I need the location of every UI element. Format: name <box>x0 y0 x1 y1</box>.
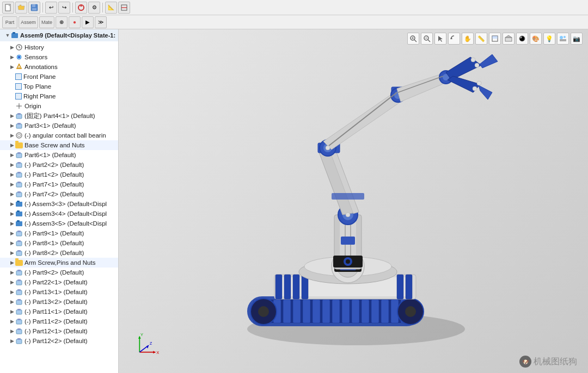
tree-item-part22-1[interactable]: ▶ (-) Part22<1> (Default) <box>0 277 118 287</box>
svg-rect-140 <box>341 237 355 245</box>
svg-point-23 <box>16 133 22 138</box>
part3-arrow: ▶ <box>9 121 15 130</box>
svg-rect-31 <box>16 183 22 187</box>
svg-point-144 <box>346 259 350 264</box>
tree-item-part8-2[interactable]: ▶ (-) Part8<2> (Default) <box>0 248 118 258</box>
part12-1-arrow: ▶ <box>9 327 15 335</box>
center-btn[interactable]: ⊕ <box>56 16 68 28</box>
tree-item-part11-1[interactable]: ▶ (-) Part11<1> (Default) <box>0 307 118 316</box>
circle-btn[interactable]: ● <box>69 16 81 28</box>
assembly-button[interactable]: Assem <box>19 16 38 28</box>
new-button[interactable] <box>2 2 14 14</box>
open-button[interactable] <box>15 2 27 14</box>
svg-point-101 <box>258 306 269 317</box>
svg-rect-56 <box>17 309 21 310</box>
tree-item-sensors[interactable]: ▶ Sensors <box>0 52 118 62</box>
tree-item-assem3-3[interactable]: ▶ (-) Assem3<3> (Default<Displ <box>0 199 118 209</box>
save-button[interactable] <box>28 2 40 14</box>
assem3-3-arrow: ▶ <box>9 200 15 208</box>
materials-button[interactable] <box>516 33 528 45</box>
tree-item-part9-1[interactable]: ▶ (-) Part9<1> (Default) <box>0 228 118 238</box>
tree-item-annotations[interactable]: ▶ Annotations <box>0 62 118 72</box>
pan-button[interactable]: ✋ <box>462 33 474 45</box>
tree-item-right-plane[interactable]: Right Plane <box>0 91 118 101</box>
feature-tree[interactable]: ▶ History ▶ Sensors ▶ Annotations Front … <box>0 41 118 373</box>
tree-item-origin[interactable]: Origin <box>0 101 118 111</box>
tree-item-part9-2[interactable]: ▶ (-) Part9<2> (Default) <box>0 268 118 277</box>
camera-button[interactable]: 📷 <box>571 33 583 45</box>
section-view-button[interactable] <box>489 33 501 45</box>
measure-view-button[interactable]: 📏 <box>475 33 487 45</box>
tree-item-part11-2[interactable]: ▶ (-) Part11<2> (Default) <box>0 316 118 326</box>
tree-item-part3[interactable]: ▶ Part3<1> (Default) <box>0 121 118 130</box>
arm-screw-arrow: ▶ <box>9 258 15 267</box>
watermark: 🐶 机械图纸狗 <box>519 356 577 368</box>
part8-1-label: (-) Part8<1> (Default) <box>24 240 84 246</box>
tree-item-part4[interactable]: ▶ (固定) Part4<1> (Default) <box>0 111 118 121</box>
axes-indicator: X Y Z <box>135 330 162 357</box>
assem3-4-label: (-) Assem3<4> (Default<Displ <box>24 210 107 217</box>
history-arrow: ▶ <box>9 43 15 52</box>
zoom-fit-button[interactable] <box>407 33 419 45</box>
lights-button[interactable]: 💡 <box>543 33 555 45</box>
tree-item-history[interactable]: ▶ History <box>0 42 118 52</box>
undo-button[interactable]: ↩ <box>45 2 57 14</box>
tree-item-angular[interactable]: ▶ (-) angular contact ball bearin <box>0 130 118 140</box>
svg-point-103 <box>405 306 416 317</box>
svg-rect-49 <box>16 281 22 285</box>
svg-point-80 <box>564 36 566 38</box>
assembly-root[interactable]: ▼ Assem9 (Default<Display State-1: <box>0 29 118 41</box>
section-button[interactable] <box>118 2 130 14</box>
tree-item-part7-2[interactable]: ▶ (-) Part7<2> (Default) <box>0 189 118 199</box>
forward-btn[interactable]: ▶ <box>82 16 94 28</box>
colors-button[interactable]: 🎨 <box>530 33 542 45</box>
assembly-label: Assem9 (Default<Display State-1: <box>20 32 115 39</box>
svg-point-24 <box>18 134 21 137</box>
assem3-5-arrow: ▶ <box>9 219 15 228</box>
part-button[interactable]: Part <box>2 16 17 28</box>
select-button[interactable] <box>434 33 446 45</box>
svg-rect-93 <box>342 300 350 323</box>
svg-rect-73 <box>505 38 512 41</box>
tree-item-part2-2[interactable]: ▶ (-) Part2<2> (Default) <box>0 160 118 170</box>
tree-item-part1-2[interactable]: ▶ (-) Part1<2> (Default) <box>0 170 118 179</box>
tree-item-part13-1[interactable]: ▶ (-) Part13<1> (Default) <box>0 287 118 297</box>
part7-1-arrow: ▶ <box>9 180 15 189</box>
svg-rect-72 <box>492 36 498 39</box>
tree-item-arm-screw[interactable]: ▶ Arm Screw,Pins and Nuts <box>0 258 118 268</box>
redo-button[interactable]: ↪ <box>58 2 70 14</box>
rebuild-button[interactable] <box>75 2 87 14</box>
svg-text:X: X <box>156 350 159 355</box>
tree-item-part7-1[interactable]: ▶ (-) Part7<1> (Default) <box>0 179 118 189</box>
tree-item-assem3-4[interactable]: ▶ (-) Assem3<4> (Default<Displ <box>0 209 118 219</box>
rotate-button[interactable] <box>448 33 460 45</box>
tree-item-assem3-5[interactable]: ▶ (-) Assem3<5> (Default<Displ <box>0 219 118 228</box>
scene-button[interactable] <box>557 33 569 45</box>
model-view[interactable] <box>119 29 588 373</box>
svg-rect-59 <box>16 330 22 334</box>
tree-item-front-plane[interactable]: Front Plane <box>0 72 118 82</box>
tree-item-part8-1[interactable]: ▶ (-) Part8<1> (Default) <box>0 238 118 248</box>
display-style-button[interactable] <box>503 33 514 45</box>
origin-arrow <box>9 102 15 110</box>
expand-btn[interactable]: ≫ <box>95 16 107 28</box>
base-screw-arrow: ▶ <box>9 141 15 150</box>
part11-1-label: (-) Part11<1> (Default) <box>24 308 88 315</box>
svg-rect-20 <box>17 113 21 115</box>
svg-rect-62 <box>17 338 21 340</box>
tree-item-part12-1[interactable]: ▶ (-) Part12<1> (Default) <box>0 326 118 336</box>
tree-item-top-plane[interactable]: Top Plane <box>0 82 118 91</box>
right-panel[interactable]: ✋ 📏 🎨 💡 📷 <box>119 29 588 373</box>
tree-item-part6[interactable]: ▶ Part6<1> (Default) <box>0 150 118 160</box>
tree-item-base-screw[interactable]: ▶ Base Screw and Nuts <box>0 140 118 150</box>
svg-rect-53 <box>16 300 22 304</box>
options-button[interactable]: ⚙ <box>88 2 100 14</box>
svg-rect-111 <box>406 275 412 299</box>
svg-rect-25 <box>16 153 22 158</box>
mate-button[interactable]: Mate <box>39 16 54 28</box>
measure-button[interactable]: 📐 <box>105 2 117 14</box>
tree-item-part12-2[interactable]: ▶ (-) Part12<2> (Default) <box>0 336 118 346</box>
svg-rect-32 <box>17 182 21 183</box>
zoom-out-button[interactable] <box>421 33 433 45</box>
tree-item-part13-2[interactable]: ▶ (-) Part13<2> (Default) <box>0 297 118 307</box>
